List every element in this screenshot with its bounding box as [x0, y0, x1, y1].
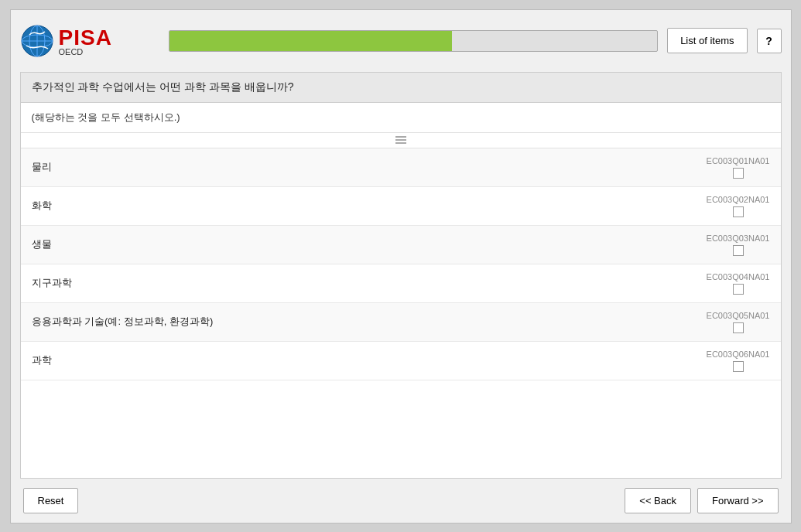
item-checkbox[interactable] — [733, 245, 744, 256]
item-label: 생물 — [32, 237, 52, 251]
question-header: 추가적인 과학 수업에서는 어떤 과학 과목을 배웁니까? — [21, 73, 781, 103]
main-content: 추가적인 과학 수업에서는 어떤 과학 과목을 배웁니까? (해당하는 것을 모… — [20, 72, 782, 479]
item-code: EC003Q06NA01 — [707, 350, 770, 359]
item-right: EC003Q05NA01 — [707, 311, 770, 333]
item-right: EC003Q02NA01 — [707, 195, 770, 217]
list-item: 응용과학과 기술(예: 정보과학, 환경과학)EC003Q05NA01 — [21, 303, 781, 342]
list-of-items-button[interactable]: List of items — [667, 28, 747, 53]
list-item: 지구과학EC003Q04NA01 — [21, 264, 781, 303]
list-item: 물리EC003Q01NA01 — [21, 148, 781, 187]
item-right: EC003Q03NA01 — [707, 234, 770, 256]
item-code: EC003Q01NA01 — [707, 156, 770, 165]
back-button[interactable]: << Back — [625, 488, 691, 513]
item-label: 화학 — [32, 199, 52, 213]
list-item: 화학EC003Q02NA01 — [21, 187, 781, 226]
item-code: EC003Q02NA01 — [707, 195, 770, 204]
item-code: EC003Q04NA01 — [707, 272, 770, 281]
globe-icon — [20, 24, 54, 58]
item-label: 과학 — [32, 353, 52, 367]
pisa-logo-text: PISA — [59, 26, 112, 50]
header: PISA OECD List of items ? — [11, 10, 791, 72]
item-checkbox[interactable] — [733, 284, 744, 295]
footer-right: << Back Forward >> — [625, 488, 778, 513]
progress-bar-container — [169, 30, 659, 52]
list-item: 과학EC003Q06NA01 — [21, 342, 781, 380]
item-code: EC003Q05NA01 — [707, 311, 770, 320]
help-button[interactable]: ? — [757, 29, 782, 53]
item-label: 지구과학 — [32, 276, 72, 290]
item-label: 물리 — [32, 160, 52, 174]
item-checkbox[interactable] — [733, 361, 744, 372]
item-right: EC003Q01NA01 — [707, 156, 770, 179]
progress-bar-fill — [169, 31, 453, 51]
divider — [21, 133, 781, 148]
instruction-text: (해당하는 것을 모두 선택하시오.) — [21, 103, 781, 133]
forward-button[interactable]: Forward >> — [697, 488, 778, 513]
item-right: EC003Q04NA01 — [707, 272, 770, 295]
logo-area: PISA OECD — [20, 24, 159, 58]
reset-button[interactable]: Reset — [23, 488, 79, 513]
list-item: 생물EC003Q03NA01 — [21, 226, 781, 264]
items-list: 물리EC003Q01NA01화학EC003Q02NA01생물EC003Q03NA… — [21, 148, 781, 478]
app-container: PISA OECD List of items ? 추가적인 과학 수업에서는 … — [10, 9, 792, 523]
item-checkbox[interactable] — [733, 322, 744, 333]
question-text: 추가적인 과학 수업에서는 어떤 과학 과목을 배웁니까? — [32, 80, 294, 93]
footer: Reset << Back Forward >> — [11, 479, 791, 523]
item-label: 응용과학과 기술(예: 정보과학, 환경과학) — [32, 315, 214, 329]
item-code: EC003Q03NA01 — [707, 234, 770, 243]
item-checkbox[interactable] — [733, 168, 744, 179]
item-right: EC003Q06NA01 — [707, 350, 770, 372]
item-checkbox[interactable] — [733, 206, 744, 217]
drag-handle-icon — [393, 135, 409, 145]
